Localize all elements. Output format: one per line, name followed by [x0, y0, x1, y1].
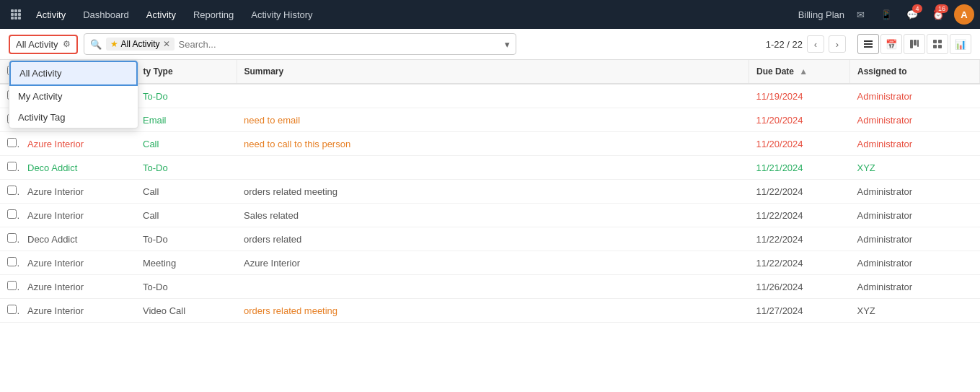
- cell-activity-type[interactable]: Email: [136, 108, 237, 132]
- cell-activity-type[interactable]: To-Do: [136, 227, 237, 251]
- cell-activity-type[interactable]: To-Do: [136, 84, 237, 108]
- search-input[interactable]: [179, 39, 500, 50]
- next-page-button[interactable]: ›: [829, 35, 846, 53]
- filter-tag-label: All Activity: [121, 39, 160, 49]
- table-body: Azure InteriorTo-Do11/19/2024Administrat…: [0, 84, 980, 323]
- cell-assigned-to[interactable]: Administrator: [850, 132, 980, 156]
- row-checkbox-cell: [0, 251, 20, 275]
- row-checkbox-cell: [0, 204, 20, 227]
- list-view-button[interactable]: [857, 34, 879, 54]
- col-header-assigned[interactable]: Assigned to: [850, 60, 980, 84]
- cell-activity-type[interactable]: Meeting: [136, 251, 237, 275]
- dropdown-item-my-activity[interactable]: My Activity: [9, 86, 138, 107]
- cell-assigned-to[interactable]: Administrator: [850, 251, 980, 275]
- cell-document-name[interactable]: Azure Interior: [20, 299, 136, 323]
- cell-assigned-to[interactable]: XYZ: [850, 156, 980, 180]
- search-bar: 🔍 ★ All Activity ✕ ▾: [84, 33, 516, 55]
- svg-rect-7: [14, 17, 17, 19]
- grid-view-button[interactable]: [927, 34, 948, 54]
- avatar[interactable]: A: [954, 4, 974, 25]
- dropdown-header[interactable]: All Activity: [9, 61, 138, 86]
- svg-rect-0: [11, 9, 14, 12]
- activity-table-container: Document Name ty Type Summary Due Date ▲…: [0, 60, 980, 392]
- kanban-view-button[interactable]: [904, 34, 925, 54]
- dropdown-item-activity-tag[interactable]: Activity Tag: [9, 107, 138, 128]
- cell-activity-type[interactable]: Call: [136, 204, 237, 227]
- svg-rect-4: [14, 13, 17, 16]
- chat-icon[interactable]: 💬 4: [902, 4, 922, 25]
- cell-activity-type[interactable]: Call: [136, 132, 237, 156]
- whatsapp-icon[interactable]: 📱: [876, 4, 896, 25]
- chat-badge: 4: [912, 4, 922, 13]
- activity-dropdown-menu: All Activity My Activity Activity Tag: [9, 60, 138, 129]
- nav-item-dashboard[interactable]: Dashboard: [76, 0, 136, 29]
- cell-activity-type[interactable]: Video Call: [136, 299, 237, 323]
- row-checkbox[interactable]: [7, 233, 17, 243]
- cell-activity-type[interactable]: Call: [136, 180, 237, 204]
- cell-document-name[interactable]: Azure Interior: [20, 180, 136, 204]
- cell-document-name[interactable]: Azure Interior: [20, 251, 136, 275]
- nav-item-activity[interactable]: Activity: [139, 0, 183, 29]
- svg-rect-12: [910, 40, 913, 48]
- nav-item-history[interactable]: Activity History: [244, 0, 319, 29]
- row-checkbox[interactable]: [7, 186, 17, 195]
- svg-rect-17: [933, 45, 937, 48]
- calendar-view-button[interactable]: 📅: [880, 34, 902, 54]
- pagination: 1-22 / 22 ‹ ›: [766, 35, 846, 53]
- svg-rect-11: [864, 46, 873, 48]
- all-activity-button[interactable]: All Activity ⚙: [9, 35, 78, 54]
- svg-rect-15: [933, 40, 937, 43]
- chart-view-button[interactable]: 📊: [950, 34, 971, 54]
- cell-due-date: 11/22/2024: [749, 251, 850, 275]
- cell-activity-type[interactable]: To-Do: [136, 156, 237, 180]
- filter-tag[interactable]: ★ All Activity ✕: [106, 38, 175, 51]
- cell-assigned-to[interactable]: Administrator: [850, 108, 980, 132]
- nav-app-title[interactable]: Activity: [29, 0, 73, 29]
- row-checkbox-cell: [0, 299, 20, 323]
- cell-due-date: 11/21/2024: [749, 156, 850, 180]
- row-checkbox[interactable]: [7, 281, 17, 290]
- cell-assigned-to[interactable]: Administrator: [850, 180, 980, 204]
- cell-due-date: 11/20/2024: [749, 108, 850, 132]
- svg-rect-6: [11, 17, 14, 19]
- cell-assigned-to[interactable]: Administrator: [850, 84, 980, 108]
- prev-page-button[interactable]: ‹: [807, 35, 824, 53]
- row-checkbox[interactable]: [7, 257, 17, 266]
- billing-plan-label[interactable]: Billing Plan: [798, 9, 844, 20]
- row-checkbox[interactable]: [7, 305, 17, 314]
- timer-icon[interactable]: ⏰ 16: [928, 4, 948, 25]
- svg-rect-18: [938, 45, 942, 48]
- cell-summary: orders related: [237, 227, 749, 251]
- cell-document-name[interactable]: Deco Addict: [20, 227, 136, 251]
- cell-assigned-to[interactable]: XYZ: [850, 299, 980, 323]
- svg-rect-9: [864, 40, 873, 42]
- settings-icon[interactable]: ⚙: [63, 39, 71, 49]
- cell-assigned-to[interactable]: Administrator: [850, 227, 980, 251]
- cell-assigned-to[interactable]: Administrator: [850, 275, 980, 299]
- cell-document-name[interactable]: Azure Interior: [20, 132, 136, 156]
- row-checkbox[interactable]: [7, 138, 17, 147]
- cell-document-name[interactable]: Azure Interior: [20, 275, 136, 299]
- svg-rect-3: [11, 13, 14, 16]
- col-header-due[interactable]: Due Date ▲: [749, 60, 850, 84]
- cell-document-name[interactable]: Deco Addict: [20, 156, 136, 180]
- col-header-summary[interactable]: Summary: [237, 60, 749, 84]
- search-dropdown-icon[interactable]: ▾: [505, 39, 510, 50]
- cell-activity-type[interactable]: To-Do: [136, 275, 237, 299]
- grid-menu-icon[interactable]: [6, 4, 26, 25]
- nav-item-reporting[interactable]: Reporting: [186, 0, 241, 29]
- cell-due-date: 11/19/2024: [749, 84, 850, 108]
- cell-summary: need to email: [237, 108, 749, 132]
- col-header-type[interactable]: ty Type: [136, 60, 237, 84]
- table-row: Azure InteriorTo-Do11/19/2024Administrat…: [0, 84, 980, 108]
- row-checkbox[interactable]: [7, 209, 17, 219]
- cell-document-name[interactable]: Azure Interior: [20, 204, 136, 227]
- email-icon[interactable]: ✉: [850, 4, 870, 25]
- row-checkbox[interactable]: [7, 162, 17, 171]
- cell-summary: [237, 84, 749, 108]
- cell-summary: Sales related: [237, 204, 749, 227]
- cell-summary: orders related meeting: [237, 180, 749, 204]
- filter-tag-close[interactable]: ✕: [163, 39, 170, 49]
- cell-assigned-to[interactable]: Administrator: [850, 204, 980, 227]
- table-row: Deco AddictEmailneed to email11/20/2024A…: [0, 108, 980, 132]
